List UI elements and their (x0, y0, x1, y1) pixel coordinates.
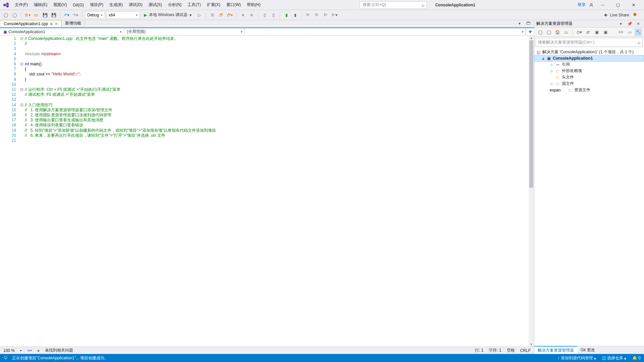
tab-solution-explorer[interactable]: 解决方案资源管理器 (534, 346, 577, 354)
repo-button[interactable]: ◫ 选择仓库 ▴ (602, 355, 626, 361)
split-editor-button[interactable]: ✚ (526, 28, 534, 35)
scm-button[interactable]: ↑ 添加到源代码管理 ▴ (558, 355, 596, 361)
menu-project[interactable]: 项目(P) (89, 1, 104, 9)
menu-test[interactable]: 测试(S) (148, 1, 163, 9)
scroll-down-icon[interactable]: ▼ (529, 342, 534, 347)
bookmark-icon[interactable]: 🏳 (305, 11, 312, 19)
scope-project-dropdown[interactable]: ▣ ConsoleApplication1 (0, 28, 124, 35)
sol-showall-icon[interactable]: ▣ (602, 28, 609, 36)
menu-git[interactable]: Git(G) (72, 2, 85, 8)
sol-sync-icon[interactable]: ⇄ (584, 28, 592, 36)
menu-analyze[interactable]: 分析(N) (167, 1, 182, 9)
sol-back-icon[interactable]: ◯ (545, 28, 552, 36)
scroll-up-icon[interactable]: ▲ (529, 36, 534, 40)
scope-global-dropdown[interactable]: (全局范围) (124, 28, 245, 35)
tree-item-resources[interactable]: espan 🗀 资源文件 (534, 87, 644, 93)
bookmark4-icon[interactable]: 🏳▾ (331, 11, 338, 19)
menu-help[interactable]: 帮助(H) (246, 1, 261, 9)
login-link[interactable]: 登录 (578, 2, 586, 8)
sol-wrench-icon[interactable]: 🔧 (635, 28, 642, 36)
sol-preview-icon[interactable]: ▭ (626, 28, 633, 36)
outdent-icon[interactable]: ≡ (248, 11, 255, 19)
step-icon[interactable]: ⎘ (209, 11, 216, 19)
panel-dropdown-icon[interactable]: ▾ (617, 20, 625, 27)
code-area[interactable]: 123456789101112131415161718192021 ⊟ ⊟ ⊟ … (0, 36, 534, 347)
run-button[interactable]: 本地 Windows 调试器 ▾ (141, 11, 194, 18)
tab-git-changes[interactable]: Git 更改 (577, 346, 598, 354)
redo-icon[interactable]: ↷▾ (72, 11, 79, 19)
close-button[interactable]: ✕ (626, 1, 641, 9)
nav-back-icon[interactable]: ◯ (2, 11, 9, 19)
menu-build[interactable]: 生成(B) (109, 1, 123, 9)
tab-dropdown-icon[interactable]: ▾ (516, 20, 523, 27)
save-all-icon[interactable]: 💾 (50, 11, 57, 19)
tree-item-headers[interactable]: 🗀 头文件 (534, 74, 644, 80)
run-no-debug-icon[interactable]: ▷ (196, 11, 203, 19)
issues-text[interactable]: 未找到相关问题 (45, 348, 73, 353)
comment-icon[interactable]: ▮ (283, 11, 290, 19)
close-tab-icon[interactable]: ✕ (55, 22, 58, 26)
sol-collapse-icon[interactable]: ▣ (593, 28, 600, 36)
vertical-scrollbar[interactable]: ▲ ▼ (529, 36, 534, 347)
zoom-level[interactable]: 100 % (3, 348, 15, 353)
tree-item-references[interactable]: ▷ ▫▫ 引用 (534, 61, 644, 68)
sol-code-icon[interactable]: <> (617, 28, 625, 36)
menu-edit[interactable]: 编辑(E) (33, 1, 48, 9)
line-ending[interactable]: CRLF (520, 348, 531, 353)
user-icon[interactable] (588, 1, 595, 9)
close-panel-icon[interactable]: ✕ (635, 20, 642, 27)
glasses-icon[interactable]: 👓 (27, 348, 32, 353)
sol-home2-icon[interactable]: 🏠 (554, 28, 561, 36)
fold-gutter[interactable]: ⊟ ⊟ ⊟ ⊟ (19, 36, 24, 347)
scroll-thumb[interactable] (529, 40, 533, 188)
sol-refresh-icon[interactable]: ◷▾ (576, 28, 583, 36)
tree-solution-root[interactable]: ◱ 解决方案 'ConsoleApplication1' (1 个项目，共 1 … (534, 49, 644, 55)
menu-window[interactable]: 窗口(W) (226, 1, 241, 9)
tree-item-source[interactable]: ▷ 🗀 源文件 (534, 80, 644, 87)
menu-tools[interactable]: 工具(T) (187, 1, 201, 9)
expand-icon[interactable]: ▷ (550, 63, 554, 66)
code-body[interactable]: // ConsoleApplication1.cpp : 此文件包含 "main… (24, 36, 529, 347)
bookmark2-icon[interactable]: 🏳 (313, 11, 321, 19)
uncomment-icon[interactable]: ▮ (291, 11, 299, 19)
tree-project[interactable]: ◢ ▣ ConsoleApplication1 (534, 55, 644, 62)
pin-icon[interactable]: ⊕ (50, 22, 53, 26)
config-dropdown[interactable]: Debug (85, 11, 105, 19)
tab-whatsnew[interactable]: 新增功能 (61, 20, 85, 27)
notifications-button[interactable]: 🔔 0 (632, 356, 641, 360)
save-icon[interactable]: 💾 (41, 11, 49, 19)
tree-item-external[interactable]: ▷ 🗀 外部依赖项 (534, 68, 644, 74)
tab-active-file[interactable]: ConsoleApplication1.cpp ⊕ ✕ (0, 20, 61, 27)
liveshare-button[interactable]: Live Share ⛊ (603, 11, 642, 19)
admin-icon[interactable]: ⛊ (631, 11, 639, 19)
toggle1-icon[interactable]: ▯ (261, 11, 268, 19)
menu-file[interactable]: 文件(F) (14, 1, 29, 9)
open-icon[interactable]: 🗁 (33, 11, 40, 19)
menu-view[interactable]: 视图(V) (53, 1, 67, 9)
tab-window-icon[interactable]: 🗖 (525, 20, 532, 27)
scope-member-dropdown[interactable] (245, 28, 526, 35)
output-icon[interactable]: 🗨 (3, 356, 8, 360)
undo-icon[interactable]: ↶▾ (63, 11, 70, 19)
expand-icon[interactable]: ◢ (541, 57, 545, 60)
search-input[interactable]: 搜索 (Ctrl+Q) (360, 1, 427, 9)
bookmark3-icon[interactable]: 🏳 (322, 11, 329, 19)
menu-debug[interactable]: 调试(D) (128, 1, 143, 9)
minimize-button[interactable]: ─ (595, 1, 610, 9)
toggle2-icon[interactable]: ▯ (270, 11, 277, 19)
menu-extensions[interactable]: 扩展(X) (206, 1, 221, 9)
solution-search-input[interactable]: 搜索解决方案资源管理器(Ctrl+;) (536, 38, 643, 47)
indent-icon[interactable]: ≡ (239, 11, 247, 19)
platform-dropdown[interactable]: x64 (106, 11, 140, 19)
expand-icon[interactable]: ▷ (550, 69, 554, 73)
indent-type[interactable]: 空格 (507, 348, 515, 353)
nav-fwd-icon[interactable]: ◯ (11, 11, 18, 19)
sol-switch-icon[interactable]: 🗂 (562, 28, 570, 36)
zoom-dropdown-icon[interactable]: ▾ (20, 349, 22, 352)
expand-icon[interactable]: ▷ (550, 82, 554, 85)
maximize-button[interactable]: ▢ (610, 1, 626, 9)
new-file-icon[interactable]: 🗎▾ (24, 11, 31, 19)
sol-home-icon[interactable]: ◯ (536, 28, 544, 36)
new-window-icon[interactable]: 🗗 (217, 11, 225, 19)
pin-panel-icon[interactable]: 📌 (626, 20, 633, 27)
